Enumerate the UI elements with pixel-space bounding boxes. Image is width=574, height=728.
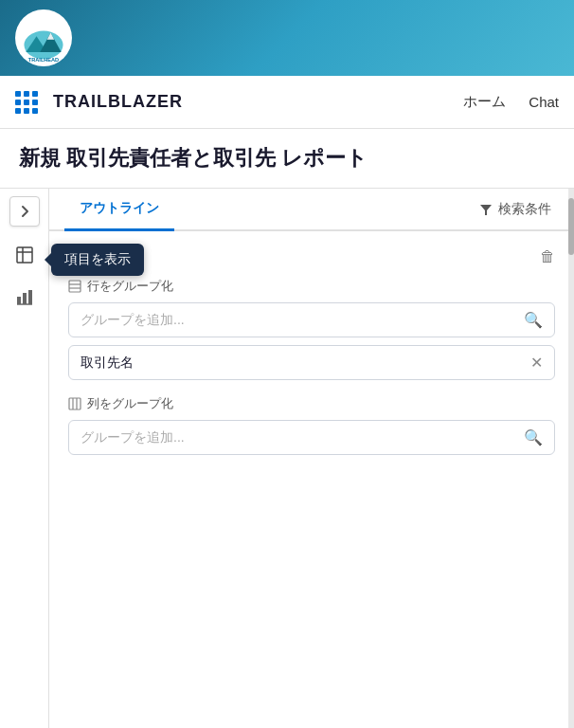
tab-outline[interactable]: アウトライン [64, 189, 174, 231]
col-group-search-input[interactable]: グループを追加... 🔍 [68, 420, 555, 455]
chart-view-icon[interactable] [8, 280, 42, 314]
nav-bar: TRAILBLAZER ホーム Chat [0, 76, 574, 129]
row-group-label-row: 行をグループ化 [68, 278, 555, 295]
tooltip-arrow [45, 253, 51, 266]
page-title-bar: 新規 取引先責任者と取引先 レポート [0, 129, 574, 189]
filter-button[interactable]: 検索条件 [472, 193, 559, 226]
page-title: 新規 取引先責任者と取引先 レポート [19, 146, 368, 170]
table-view-icon[interactable] [8, 238, 42, 272]
tag-label-torihikisakimei: 取引先名 [81, 355, 530, 372]
nav-chat-link[interactable]: Chat [529, 94, 559, 110]
svg-rect-9 [17, 297, 21, 304]
grid-menu-icon[interactable] [15, 91, 38, 114]
row-group-label: 行をグループ化 [87, 278, 173, 295]
row-group-tag: 取引先名 ✕ [68, 345, 555, 380]
filter-icon [479, 203, 493, 216]
app-logo: TRAILHEAD [15, 9, 72, 66]
sidebar: 項目を表示 [0, 189, 49, 728]
app-title: TRAILBLAZER [53, 92, 463, 112]
tooltip-container: 項目を表示 [51, 244, 144, 276]
scroll-track [568, 189, 574, 728]
svg-rect-6 [17, 247, 32, 263]
row-group-search-input[interactable]: グループを追加... 🔍 [68, 302, 555, 337]
svg-rect-17 [69, 398, 81, 410]
scroll-thumb[interactable] [568, 198, 574, 255]
tag-close-button[interactable]: ✕ [530, 354, 543, 372]
filter-label: 検索条件 [498, 201, 551, 218]
group-delete-icon[interactable]: 🗑 [540, 248, 555, 265]
tooltip-label: 項目を表示 [64, 251, 131, 266]
main-content: 項目を表示 アウトライン [0, 189, 574, 728]
row-group-placeholder: グループを追加... [81, 312, 524, 329]
svg-marker-13 [480, 205, 492, 215]
tooltip-box: 項目を表示 [51, 244, 144, 276]
svg-text:TRAILHEAD: TRAILHEAD [28, 57, 59, 63]
search-icon: 🔍 [524, 311, 543, 329]
nav-home-link[interactable]: ホーム [463, 93, 506, 111]
row-group-icon [68, 280, 81, 293]
col-group-placeholder: グループを追加... [81, 429, 524, 446]
row-group-subsection: 行をグループ化 グループを追加... 🔍 取引先名 ✕ [68, 278, 555, 380]
svg-rect-14 [69, 281, 81, 292]
top-banner: TRAILHEAD [0, 0, 574, 76]
svg-rect-10 [23, 293, 27, 304]
svg-rect-11 [28, 290, 32, 304]
col-search-icon: 🔍 [524, 428, 543, 446]
col-group-subsection: 列をグループ化 グループを追加... 🔍 [68, 395, 555, 455]
sidebar-toggle-button[interactable] [9, 196, 40, 227]
tabs-row: アウトライン 検索条件 [49, 189, 574, 231]
col-group-icon [68, 397, 81, 410]
col-group-label: 列をグループ化 [87, 395, 173, 412]
col-group-label-row: 列をグループ化 [68, 395, 555, 412]
